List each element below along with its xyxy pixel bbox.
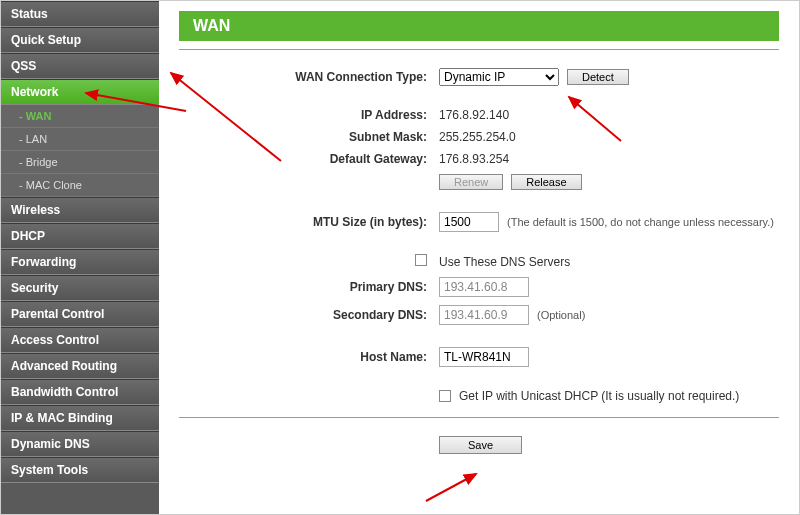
label-unicast: Get IP with Unicast DHCP (It is usually … [459,389,739,403]
label-mask: Subnet Mask: [179,130,439,144]
label-mtu: MTU Size (in bytes): [179,215,439,229]
label-hostname: Host Name: [179,350,439,364]
mtu-note: (The default is 1500, do not change unle… [507,216,774,228]
label-ip: IP Address: [179,108,439,122]
sidebar-subitem--mac-clone[interactable]: - MAC Clone [1,174,159,197]
divider [179,49,779,50]
main-panel: WAN WAN Connection Type: Dynamic IP Dete… [159,1,799,514]
wan-connection-type-select[interactable]: Dynamic IP [439,68,559,86]
secondary-dns-note: (Optional) [537,309,585,321]
detect-button[interactable]: Detect [567,69,629,85]
sidebar-item-forwarding[interactable]: Forwarding [1,249,159,275]
hostname-input[interactable] [439,347,529,367]
value-mask: 255.255.254.0 [439,130,779,144]
value-gateway: 176.8.93.254 [439,152,779,166]
sidebar-subitem--lan[interactable]: - LAN [1,128,159,151]
page-title: WAN [179,11,779,41]
sidebar-item-system-tools[interactable]: System Tools [1,457,159,483]
label-secondary-dns: Secondary DNS: [179,308,439,322]
value-ip: 176.8.92.140 [439,108,779,122]
divider [179,417,779,418]
use-dns-checkbox[interactable] [415,254,427,266]
sidebar: StatusQuick SetupQSSNetwork- WAN- LAN- B… [1,1,159,514]
label-gateway: Default Gateway: [179,152,439,166]
renew-button[interactable]: Renew [439,174,503,190]
sidebar-subitem--wan[interactable]: - WAN [1,105,159,128]
sidebar-item-network[interactable]: Network [1,79,159,105]
primary-dns-input[interactable] [439,277,529,297]
mtu-input[interactable] [439,212,499,232]
sidebar-item-quick-setup[interactable]: Quick Setup [1,27,159,53]
sidebar-item-access-control[interactable]: Access Control [1,327,159,353]
sidebar-subitem--bridge[interactable]: - Bridge [1,151,159,174]
sidebar-item-advanced-routing[interactable]: Advanced Routing [1,353,159,379]
label-primary-dns: Primary DNS: [179,280,439,294]
save-button[interactable]: Save [439,436,522,454]
sidebar-item-dhcp[interactable]: DHCP [1,223,159,249]
sidebar-item-ip-mac-binding[interactable]: IP & MAC Binding [1,405,159,431]
sidebar-item-bandwidth-control[interactable]: Bandwidth Control [1,379,159,405]
sidebar-item-status[interactable]: Status [1,1,159,27]
secondary-dns-input[interactable] [439,305,529,325]
release-button[interactable]: Release [511,174,581,190]
unicast-dhcp-checkbox[interactable] [439,390,451,402]
label-use-dns: Use These DNS Servers [439,255,779,269]
sidebar-item-parental-control[interactable]: Parental Control [1,301,159,327]
sidebar-item-qss[interactable]: QSS [1,53,159,79]
sidebar-item-dynamic-dns[interactable]: Dynamic DNS [1,431,159,457]
label-wan-type: WAN Connection Type: [179,70,439,84]
sidebar-item-security[interactable]: Security [1,275,159,301]
sidebar-item-wireless[interactable]: Wireless [1,197,159,223]
